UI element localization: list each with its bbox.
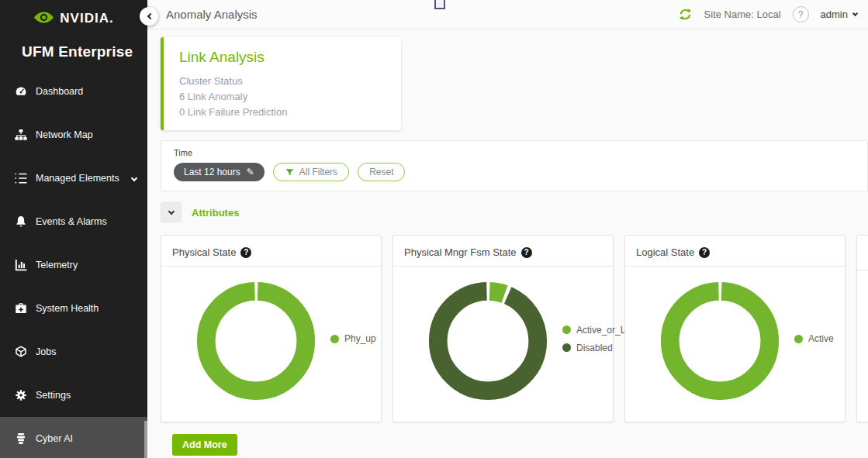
sidebar: NVIDIA. UFM Enterprise Dashboard Network…: [0, 0, 147, 458]
legend-item[interactable]: Active: [794, 333, 834, 344]
donut-chart[interactable]: [191, 276, 321, 406]
filter-panel: Time Last 12 hours ✎ All Filters Reset: [161, 140, 868, 191]
site-name-label: Site Name: Local: [704, 9, 781, 20]
chart-card-logical-state: Logical State ? Active: [624, 235, 846, 422]
top-bar: Anomaly Analysis Site Name: Local ?: [147, 0, 868, 29]
donut-chart[interactable]: [655, 276, 785, 406]
content-area: Link Analysis Cluster Status 6 Link Anom…: [147, 29, 868, 458]
cluster-status-link[interactable]: Cluster Status: [179, 75, 386, 87]
sidebar-item-managed-elements[interactable]: Managed Elements: [0, 157, 147, 200]
stack-icon: [13, 431, 29, 446]
legend-dot: [794, 335, 803, 343]
legend-label: Disabled: [576, 343, 613, 353]
chevron-down-icon: [168, 208, 174, 214]
sidebar-item-label: Events & Alarms: [36, 216, 107, 227]
legend-dot: [330, 335, 339, 343]
sidebar-item-cyber-ai[interactable]: Cyber AI: [0, 417, 147, 458]
funnel-icon: [285, 167, 295, 177]
network-map-icon: [13, 127, 29, 143]
all-filters-button[interactable]: All Filters: [273, 163, 349, 181]
bar-chart-icon: [13, 257, 29, 273]
sidebar-nav: Dashboard Network Map Managed Elements: [0, 70, 147, 458]
all-filters-label: All Filters: [299, 167, 337, 177]
chevron-down-icon: [852, 10, 858, 15]
sidebar-item-settings[interactable]: Settings: [0, 374, 147, 417]
link-failure-prediction-count: 0 Link Failure Prediction: [179, 106, 386, 118]
top-bar-right: Site Name: Local ? admin: [678, 6, 857, 22]
popup-artifact: [434, 0, 445, 9]
sidebar-item-telemetry[interactable]: Telemetry: [0, 243, 147, 287]
chart-body: Active: [625, 267, 845, 406]
reset-label: Reset: [369, 167, 393, 177]
gear-icon: [13, 387, 29, 403]
donut-chart[interactable]: [423, 276, 553, 406]
chart-header: Physical State ?: [161, 236, 381, 267]
chart-title: Physical Mngr Fsm State: [404, 246, 517, 258]
medical-bag-icon: [13, 301, 29, 316]
sidebar-collapse-button[interactable]: [140, 7, 158, 26]
link-analysis-card: Link Analysis Cluster Status 6 Link Anom…: [161, 37, 401, 130]
help-button[interactable]: ?: [793, 6, 809, 22]
chart-legend: Active: [794, 333, 834, 344]
username-label: admin: [821, 9, 848, 20]
sidebar-item-system-health[interactable]: System Health: [0, 287, 147, 330]
managed-elements-list-icon: [13, 170, 29, 186]
chart-header: Physical Mngr Fsm State ?: [393, 236, 613, 267]
main-area: Anomaly Analysis Site Name: Local ?: [147, 0, 868, 458]
attributes-label: Attributes: [192, 207, 239, 219]
legend-label: Active: [808, 333, 834, 344]
attributes-section: Attributes: [161, 202, 868, 222]
chart-legend: Phy_up: [330, 333, 376, 344]
dashboard-gauge-icon: [13, 84, 29, 99]
chart-body: Active_or_Linkup Disabled: [393, 267, 613, 406]
filter-buttons-row: Last 12 hours ✎ All Filters Reset: [174, 163, 855, 181]
chart-card-physical-state: Physical State ? Phy_up: [161, 235, 382, 422]
ufm-app: NVIDIA. UFM Enterprise Dashboard Network…: [0, 0, 868, 458]
sidebar-item-network-map[interactable]: Network Map: [0, 113, 147, 157]
sidebar-item-jobs[interactable]: Jobs: [0, 330, 147, 374]
sidebar-scrollbar-thumb[interactable]: [144, 421, 147, 458]
question-help-icon[interactable]: ?: [240, 247, 251, 258]
question-help-icon[interactable]: ?: [521, 247, 532, 258]
chart-card-partial: [856, 235, 868, 422]
legend-item[interactable]: Phy_up: [330, 333, 376, 344]
product-title: UFM Enterprise: [0, 43, 147, 60]
user-menu[interactable]: admin: [821, 9, 857, 20]
nvidia-eye-icon: [33, 10, 54, 28]
chevron-left-icon: [147, 13, 153, 19]
link-anomaly-count: 6 Link Anomaly: [179, 91, 386, 102]
sidebar-item-label: Settings: [36, 390, 71, 401]
sidebar-item-events-alarms[interactable]: Events & Alarms: [0, 200, 147, 243]
sidebar-item-label: System Health: [36, 303, 99, 314]
question-help-icon[interactable]: ?: [699, 247, 710, 258]
chart-body: Phy_up: [161, 267, 381, 406]
bell-icon: [13, 214, 29, 229]
edit-pencil-icon: ✎: [247, 167, 254, 177]
legend-label: Phy_up: [344, 333, 376, 344]
sidebar-item-label: Dashboard: [36, 86, 83, 97]
sidebar-item-label: Telemetry: [36, 260, 78, 270]
chart-title: Logical State: [636, 246, 694, 258]
sidebar-item-label: Cyber AI: [36, 433, 73, 444]
sidebar-item-dashboard[interactable]: Dashboard: [0, 70, 147, 113]
legend-dot: [562, 325, 571, 334]
chart-card-physical-mngr-fsm-state: Physical Mngr Fsm State ? Active_or_Link…: [393, 235, 614, 422]
time-range-value: Last 12 hours: [184, 167, 240, 177]
charts-row: Physical State ? Phy_up Physical Mngr Fs…: [161, 235, 868, 422]
legend-dot: [562, 343, 571, 352]
link-analysis-title: Link Analysis: [179, 49, 386, 66]
time-range-button[interactable]: Last 12 hours ✎: [174, 163, 265, 181]
sidebar-item-label: Jobs: [36, 346, 56, 357]
page-title: Anomaly Analysis: [166, 8, 258, 21]
chart-header: [857, 236, 868, 270]
chart-header: Logical State ?: [625, 236, 845, 267]
refresh-icon[interactable]: [678, 7, 693, 22]
time-section-label: Time: [174, 148, 855, 157]
chevron-down-icon[interactable]: [131, 175, 137, 181]
add-more-button[interactable]: Add More: [172, 434, 237, 456]
sidebar-item-label: Managed Elements: [36, 173, 119, 184]
brand: NVIDIA.: [0, 8, 147, 29]
attributes-collapse-button[interactable]: [161, 202, 182, 222]
nvidia-wordmark: NVIDIA.: [60, 11, 113, 26]
reset-button[interactable]: Reset: [358, 163, 405, 181]
